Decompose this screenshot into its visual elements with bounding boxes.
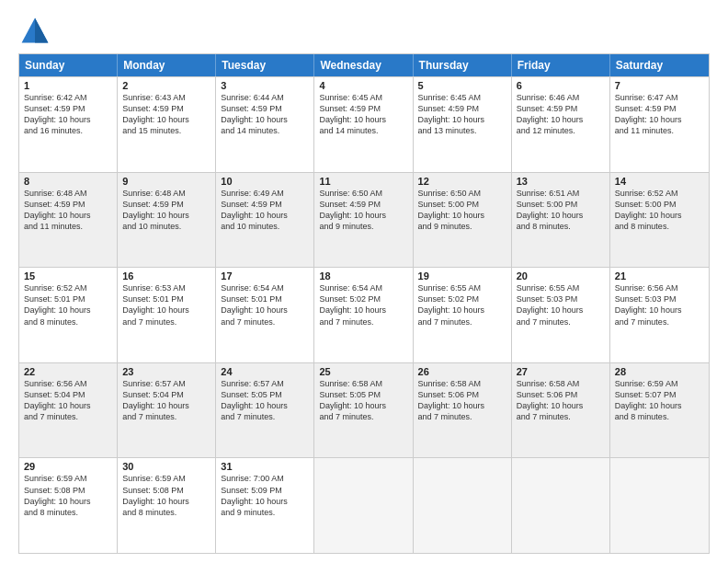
table-row: 6Sunrise: 6:46 AM Sunset: 4:59 PM Daylig…	[512, 77, 610, 172]
table-row: 26Sunrise: 6:58 AM Sunset: 5:06 PM Dayli…	[414, 363, 512, 458]
cell-content: Sunrise: 6:59 AM Sunset: 5:07 PM Dayligh…	[615, 378, 704, 423]
header-day-thursday: Thursday	[414, 54, 512, 76]
calendar-row-4: 29Sunrise: 6:59 AM Sunset: 5:08 PM Dayli…	[19, 457, 709, 553]
table-row	[610, 458, 709, 553]
day-number: 15	[24, 270, 112, 282]
day-number: 9	[122, 176, 210, 187]
table-row: 3Sunrise: 6:44 AM Sunset: 4:59 PM Daylig…	[216, 77, 314, 172]
cell-content: Sunrise: 6:45 AM Sunset: 4:59 PM Dayligh…	[319, 92, 407, 137]
header-day-tuesday: Tuesday	[216, 54, 314, 76]
table-row: 8Sunrise: 6:48 AM Sunset: 4:59 PM Daylig…	[19, 173, 118, 268]
day-number: 3	[221, 80, 309, 91]
calendar-header: SundayMondayTuesdayWednesdayThursdayFrid…	[19, 54, 709, 76]
table-row: 25Sunrise: 6:58 AM Sunset: 5:05 PM Dayli…	[314, 363, 413, 458]
cell-content: Sunrise: 6:49 AM Sunset: 4:59 PM Dayligh…	[221, 188, 309, 233]
cell-content: Sunrise: 6:57 AM Sunset: 5:04 PM Dayligh…	[122, 378, 210, 423]
table-row: 10Sunrise: 6:49 AM Sunset: 4:59 PM Dayli…	[216, 173, 314, 268]
table-row	[414, 458, 512, 553]
cell-content: Sunrise: 6:54 AM Sunset: 5:01 PM Dayligh…	[221, 282, 309, 327]
header-day-monday: Monday	[118, 54, 216, 76]
day-number: 13	[517, 176, 605, 187]
cell-content: Sunrise: 6:44 AM Sunset: 4:59 PM Dayligh…	[221, 92, 309, 137]
day-number: 27	[517, 366, 605, 377]
day-number: 1	[24, 80, 112, 91]
day-number: 19	[418, 270, 506, 282]
cell-content: Sunrise: 6:52 AM Sunset: 5:01 PM Dayligh…	[24, 282, 112, 327]
day-number: 30	[122, 461, 210, 472]
logo-icon	[18, 15, 51, 48]
table-row: 21Sunrise: 6:56 AM Sunset: 5:03 PM Dayli…	[610, 268, 709, 362]
cell-content: Sunrise: 6:42 AM Sunset: 4:59 PM Dayligh…	[24, 92, 112, 137]
header	[18, 15, 710, 48]
table-row	[314, 458, 413, 553]
calendar-row-2: 15Sunrise: 6:52 AM Sunset: 5:01 PM Dayli…	[19, 267, 709, 362]
day-number: 8	[24, 176, 112, 187]
table-row: 20Sunrise: 6:55 AM Sunset: 5:03 PM Dayli…	[512, 268, 610, 362]
day-number: 10	[221, 176, 309, 187]
table-row: 12Sunrise: 6:50 AM Sunset: 5:00 PM Dayli…	[414, 173, 512, 268]
table-row: 29Sunrise: 6:59 AM Sunset: 5:08 PM Dayli…	[19, 458, 118, 553]
table-row: 30Sunrise: 6:59 AM Sunset: 5:08 PM Dayli…	[118, 458, 216, 553]
cell-content: Sunrise: 6:48 AM Sunset: 4:59 PM Dayligh…	[24, 188, 112, 233]
calendar: SundayMondayTuesdayWednesdayThursdayFrid…	[18, 53, 710, 554]
calendar-row-3: 22Sunrise: 6:56 AM Sunset: 5:04 PM Dayli…	[19, 362, 709, 458]
day-number: 5	[418, 80, 506, 91]
day-number: 11	[319, 176, 407, 187]
table-row: 15Sunrise: 6:52 AM Sunset: 5:01 PM Dayli…	[19, 268, 118, 362]
logo	[18, 15, 57, 48]
table-row	[512, 458, 610, 553]
cell-content: Sunrise: 6:48 AM Sunset: 4:59 PM Dayligh…	[122, 188, 210, 233]
day-number: 17	[221, 270, 309, 282]
table-row: 13Sunrise: 6:51 AM Sunset: 5:00 PM Dayli…	[512, 173, 610, 268]
day-number: 16	[122, 270, 210, 282]
table-row: 4Sunrise: 6:45 AM Sunset: 4:59 PM Daylig…	[314, 77, 413, 172]
table-row: 2Sunrise: 6:43 AM Sunset: 4:59 PM Daylig…	[118, 77, 216, 172]
cell-content: Sunrise: 6:59 AM Sunset: 5:08 PM Dayligh…	[24, 473, 112, 518]
cell-content: Sunrise: 6:58 AM Sunset: 5:05 PM Dayligh…	[319, 378, 407, 423]
day-number: 23	[122, 366, 210, 377]
day-number: 7	[615, 80, 704, 91]
cell-content: Sunrise: 6:56 AM Sunset: 5:04 PM Dayligh…	[24, 378, 112, 423]
day-number: 31	[221, 461, 309, 472]
day-number: 2	[122, 80, 210, 91]
page: SundayMondayTuesdayWednesdayThursdayFrid…	[0, 0, 728, 563]
cell-content: Sunrise: 6:55 AM Sunset: 5:03 PM Dayligh…	[517, 282, 605, 327]
table-row: 19Sunrise: 6:55 AM Sunset: 5:02 PM Dayli…	[414, 268, 512, 362]
day-number: 20	[517, 270, 605, 282]
header-day-sunday: Sunday	[19, 54, 118, 76]
day-number: 21	[615, 270, 704, 282]
table-row: 9Sunrise: 6:48 AM Sunset: 4:59 PM Daylig…	[118, 173, 216, 268]
cell-content: Sunrise: 6:50 AM Sunset: 4:59 PM Dayligh…	[319, 188, 407, 233]
table-row: 17Sunrise: 6:54 AM Sunset: 5:01 PM Dayli…	[216, 268, 314, 362]
table-row: 11Sunrise: 6:50 AM Sunset: 4:59 PM Dayli…	[314, 173, 413, 268]
cell-content: Sunrise: 6:56 AM Sunset: 5:03 PM Dayligh…	[615, 282, 704, 327]
table-row: 1Sunrise: 6:42 AM Sunset: 4:59 PM Daylig…	[19, 77, 118, 172]
cell-content: Sunrise: 6:53 AM Sunset: 5:01 PM Dayligh…	[122, 282, 210, 327]
table-row: 23Sunrise: 6:57 AM Sunset: 5:04 PM Dayli…	[118, 363, 216, 458]
day-number: 22	[24, 366, 112, 377]
day-number: 26	[418, 366, 506, 377]
calendar-row-1: 8Sunrise: 6:48 AM Sunset: 4:59 PM Daylig…	[19, 172, 709, 268]
svg-marker-1	[35, 18, 48, 43]
day-number: 25	[319, 366, 407, 377]
header-day-saturday: Saturday	[610, 54, 709, 76]
table-row: 22Sunrise: 6:56 AM Sunset: 5:04 PM Dayli…	[19, 363, 118, 458]
table-row: 28Sunrise: 6:59 AM Sunset: 5:07 PM Dayli…	[610, 363, 709, 458]
day-number: 18	[319, 270, 407, 282]
cell-content: Sunrise: 6:58 AM Sunset: 5:06 PM Dayligh…	[418, 378, 506, 423]
cell-content: Sunrise: 6:51 AM Sunset: 5:00 PM Dayligh…	[517, 188, 605, 233]
cell-content: Sunrise: 6:43 AM Sunset: 4:59 PM Dayligh…	[122, 92, 210, 137]
cell-content: Sunrise: 6:45 AM Sunset: 4:59 PM Dayligh…	[418, 92, 506, 137]
cell-content: Sunrise: 6:47 AM Sunset: 4:59 PM Dayligh…	[615, 92, 704, 137]
header-day-wednesday: Wednesday	[314, 54, 413, 76]
table-row: 5Sunrise: 6:45 AM Sunset: 4:59 PM Daylig…	[414, 77, 512, 172]
table-row: 24Sunrise: 6:57 AM Sunset: 5:05 PM Dayli…	[216, 363, 314, 458]
table-row: 27Sunrise: 6:58 AM Sunset: 5:06 PM Dayli…	[512, 363, 610, 458]
table-row: 16Sunrise: 6:53 AM Sunset: 5:01 PM Dayli…	[118, 268, 216, 362]
calendar-body: 1Sunrise: 6:42 AM Sunset: 4:59 PM Daylig…	[19, 76, 709, 553]
header-day-friday: Friday	[512, 54, 610, 76]
table-row: 7Sunrise: 6:47 AM Sunset: 4:59 PM Daylig…	[610, 77, 709, 172]
day-number: 6	[517, 80, 605, 91]
day-number: 28	[615, 366, 704, 377]
day-number: 4	[319, 80, 407, 91]
